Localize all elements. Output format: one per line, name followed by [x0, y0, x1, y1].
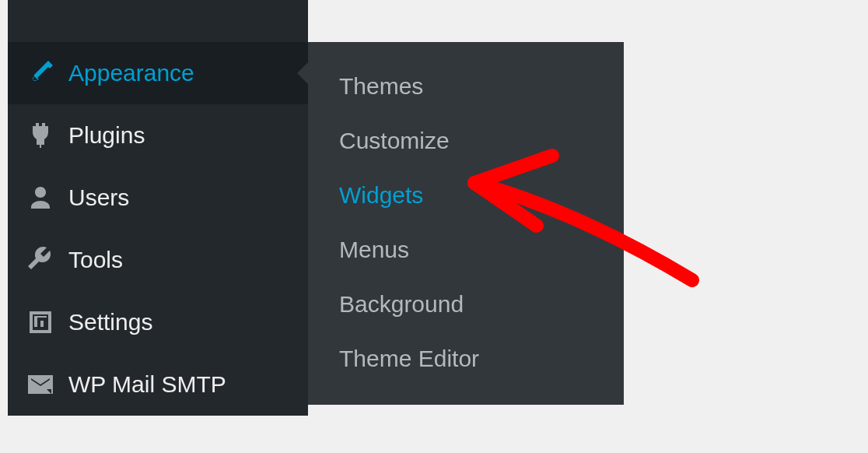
sidebar-spacer — [8, 0, 308, 42]
menu-label: Appearance — [68, 60, 194, 86]
wrench-icon — [23, 243, 58, 277]
sidebar-item-wp-mail-smtp[interactable]: WP Mail SMTP — [8, 353, 308, 416]
submenu-label: Themes — [339, 73, 423, 99]
submenu-label: Widgets — [339, 182, 423, 208]
sliders-icon — [23, 305, 58, 339]
sidebar-item-plugins[interactable]: Plugins — [8, 104, 308, 167]
submenu-item-themes[interactable]: Themes — [308, 59, 624, 114]
appearance-submenu: Themes Customize Widgets Menus Backgroun… — [308, 42, 624, 405]
sidebar-item-tools[interactable]: Tools — [8, 229, 308, 291]
menu-label: Tools — [68, 247, 123, 273]
sidebar-item-users[interactable]: Users — [8, 167, 308, 229]
menu-label: WP Mail SMTP — [68, 371, 226, 398]
sidebar-item-settings[interactable]: Settings — [8, 291, 308, 353]
submenu-item-menus[interactable]: Menus — [308, 223, 624, 277]
menu-label: Plugins — [68, 122, 145, 149]
submenu-label: Menus — [339, 237, 409, 262]
menu-label: Users — [68, 184, 129, 211]
submenu-label: Background — [339, 291, 464, 317]
submenu-item-theme-editor[interactable]: Theme Editor — [308, 332, 624, 386]
submenu-label: Theme Editor — [339, 346, 479, 371]
menu-label: Settings — [68, 309, 152, 335]
submenu-item-widgets[interactable]: Widgets — [308, 168, 624, 223]
submenu-item-background[interactable]: Background — [308, 277, 624, 332]
submenu-item-customize[interactable]: Customize — [308, 114, 624, 168]
plug-icon — [23, 118, 58, 153]
mail-icon — [23, 367, 58, 402]
brush-icon — [23, 56, 58, 90]
user-icon — [23, 181, 58, 215]
sidebar-item-appearance[interactable]: Appearance — [8, 42, 308, 104]
submenu-label: Customize — [339, 128, 450, 153]
admin-sidebar: Appearance Plugins Users Tools Settings … — [8, 0, 308, 416]
